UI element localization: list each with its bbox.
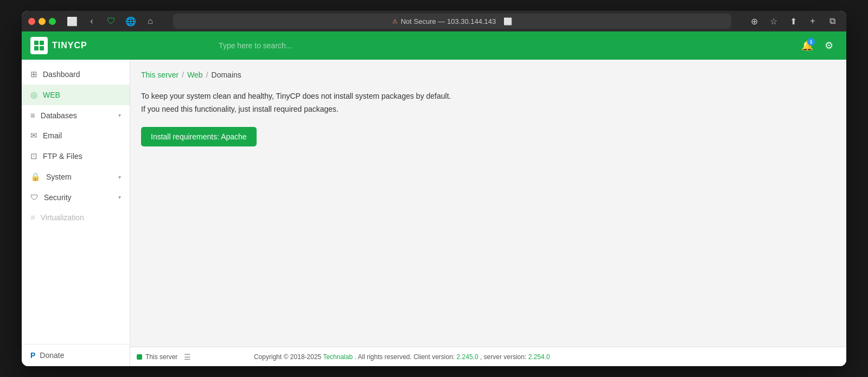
appbar: TINYCP 🔔 1 ⚙ xyxy=(22,31,846,60)
security-icon: 🛡 xyxy=(30,193,39,202)
not-secure-label: ⚠ xyxy=(392,18,398,25)
rights-text: . All rights reserved. Client version: xyxy=(354,353,455,361)
web-icon: ◎ xyxy=(30,90,37,100)
shield-icon: 🛡 xyxy=(104,14,119,29)
sidebar-item-label: WEB xyxy=(43,91,60,99)
notifications-button[interactable]: 🔔 1 xyxy=(799,37,816,54)
content-inner: This server / Web / Domains To keep your… xyxy=(130,60,846,347)
breadcrumb-sep-2: / xyxy=(206,71,208,79)
bottom-bar: This server ☰ Copyright © 2018-2025 Tech… xyxy=(130,347,846,366)
server-status-dot xyxy=(137,354,142,360)
server-list-icon[interactable]: ☰ xyxy=(184,353,191,361)
titlebar: ⬜ ‹ 🛡 🌐 ⌂ ⚠ Not Secure — 103.30.144.143 … xyxy=(22,11,846,31)
svg-rect-3 xyxy=(40,46,44,50)
svg-rect-2 xyxy=(34,46,39,50)
close-button[interactable] xyxy=(28,18,35,25)
sidebar-item-label: System xyxy=(46,172,72,181)
settings-button[interactable]: ⚙ xyxy=(820,37,838,54)
copyright-text: Copyright © 2018-2025 Technalab . All ri… xyxy=(254,353,550,361)
donate-icon: P xyxy=(30,351,35,360)
app-window: ⬜ ‹ 🛡 🌐 ⌂ ⚠ Not Secure — 103.30.144.143 … xyxy=(22,11,846,366)
svg-rect-0 xyxy=(34,41,39,45)
sidebar-nav: ⊞ Dashboard ◎ WEB ≡ Databases ▾ ✉ Email xyxy=(22,60,130,344)
breadcrumb-sep-1: / xyxy=(182,71,184,79)
server-version-label: , server version: xyxy=(480,353,526,361)
svg-rect-1 xyxy=(40,41,44,45)
logo-text: TINYCP xyxy=(52,41,87,50)
ftp-icon: ⊡ xyxy=(30,151,37,161)
sidebar: ⊞ Dashboard ◎ WEB ≡ Databases ▾ ✉ Email xyxy=(22,60,130,366)
install-requirements-button[interactable]: Install requirements: Apache xyxy=(141,127,257,146)
search-input[interactable] xyxy=(219,41,544,50)
sidebar-toggle-icon[interactable]: ⬜ xyxy=(65,14,80,29)
sidebar-item-ftp[interactable]: ⊡ FTP & Files xyxy=(22,146,130,167)
sidebar-item-label: FTP & Files xyxy=(43,152,82,161)
sidebar-item-label: Virtualization xyxy=(41,213,84,222)
sidebar-item-dashboard[interactable]: ⊞ Dashboard xyxy=(22,64,130,85)
company-link[interactable]: Technalab xyxy=(323,353,353,361)
globe-icon: 🌐 xyxy=(123,14,138,29)
system-icon: 🔒 xyxy=(30,172,41,182)
nav-controls: ⬜ xyxy=(65,14,80,29)
dashboard-icon: ⊞ xyxy=(30,69,37,79)
sidebar-item-web[interactable]: ◎ WEB xyxy=(22,85,130,105)
logo: TINYCP xyxy=(30,37,87,54)
sidebar-item-security[interactable]: 🛡 Security ▾ xyxy=(22,187,130,207)
notification-badge: 1 xyxy=(807,38,815,46)
breadcrumb: This server / Web / Domains xyxy=(141,71,835,79)
notice-line-1: To keep your system clean and healthy, T… xyxy=(141,92,451,100)
share-icon[interactable]: ⬆ xyxy=(786,14,801,29)
sidebar-item-label: Dashboard xyxy=(43,70,80,79)
address-bar[interactable]: ⚠ Not Secure — 103.30.144.143 ⬜ xyxy=(173,14,731,29)
fullscreen-button[interactable] xyxy=(49,18,56,25)
sidebar-item-label: Email xyxy=(43,131,62,140)
titlebar-right: ⊕ ☆ ⬆ + ⧉ xyxy=(746,14,840,29)
donate-label: Donate xyxy=(40,351,64,360)
sidebar-item-email[interactable]: ✉ Email xyxy=(22,125,130,146)
appbar-right: 🔔 1 ⚙ xyxy=(799,37,838,54)
client-version-link[interactable]: 2.245.0 xyxy=(457,353,478,361)
sidebar-item-label: Security xyxy=(44,193,72,202)
logo-icon xyxy=(30,37,48,54)
display-icon: ⬜ xyxy=(503,17,512,25)
server-version-link[interactable]: 2.254.0 xyxy=(528,353,550,361)
search-bar[interactable] xyxy=(219,41,544,50)
back-button[interactable]: ‹ xyxy=(84,14,99,29)
chevron-down-icon: ▾ xyxy=(118,112,121,118)
copyright-label: Copyright © 2018-2025 xyxy=(254,353,321,361)
new-tab-icon[interactable]: + xyxy=(805,14,820,29)
server-status: This server ☰ xyxy=(137,353,245,361)
content-area: This server / Web / Domains To keep your… xyxy=(130,60,846,366)
breadcrumb-current: Domains xyxy=(212,71,241,79)
sidebar-item-label: Databases xyxy=(41,111,77,120)
notice-text: To keep your system clean and healthy, T… xyxy=(141,90,835,116)
donate-button[interactable]: P Donate xyxy=(22,344,130,366)
databases-icon: ≡ xyxy=(30,111,35,120)
breadcrumb-web-link[interactable]: Web xyxy=(187,71,203,79)
email-icon: ✉ xyxy=(30,131,37,140)
sidebar-item-system[interactable]: 🔒 System ▾ xyxy=(22,167,130,187)
minimize-button[interactable] xyxy=(39,18,46,25)
sidebar-item-virtualization: ≡ Virtualization xyxy=(22,207,130,227)
traffic-lights xyxy=(28,18,56,25)
main-layout: ⊞ Dashboard ◎ WEB ≡ Databases ▾ ✉ Email xyxy=(22,60,846,366)
home-icon[interactable]: ⌂ xyxy=(143,14,158,29)
chevron-down-icon: ▾ xyxy=(118,194,121,200)
bookmark-icon[interactable]: ☆ xyxy=(766,14,781,29)
breadcrumb-server-link[interactable]: This server xyxy=(141,71,178,79)
virtualization-icon: ≡ xyxy=(30,213,35,222)
tabs-icon[interactable]: ⧉ xyxy=(825,14,840,29)
address-text: Not Secure — 103.30.144.143 xyxy=(401,17,496,25)
sidebar-item-databases[interactable]: ≡ Databases ▾ xyxy=(22,105,130,125)
notice-line-2: If you need this functionality, just ins… xyxy=(141,105,339,113)
chevron-down-icon: ▾ xyxy=(118,174,121,180)
download-icon[interactable]: ⊕ xyxy=(746,14,762,29)
server-label: This server xyxy=(145,353,177,361)
